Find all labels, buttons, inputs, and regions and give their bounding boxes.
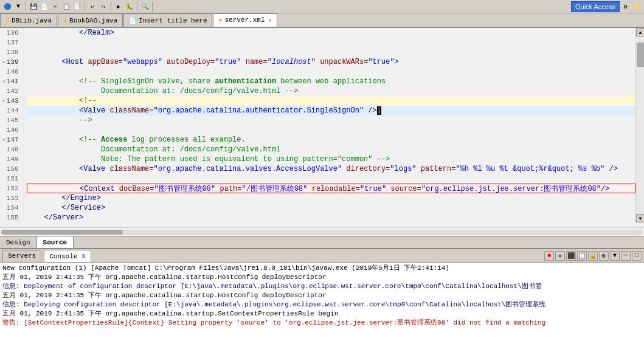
code-line-148: Documentation at: /docs/config/valve.htm… xyxy=(27,145,635,154)
tab-serverxml-close[interactable]: ✕ xyxy=(269,17,272,24)
console-btn7[interactable]: ▼ xyxy=(610,251,620,261)
tab-insert[interactable]: 📄 Insert title here xyxy=(123,13,212,27)
ln-154: 154 xyxy=(2,203,21,213)
console-clear-btn[interactable]: ✕ xyxy=(555,251,565,261)
serverxml-icon: ✕ xyxy=(218,16,222,24)
code-line-147: <!-- Access log processes all example. xyxy=(27,135,635,145)
bottom-tab-source[interactable]: Source xyxy=(37,236,74,248)
console-line-1: 五月 01, 2019 2:41:35 下午 org.apache.catali… xyxy=(2,273,642,282)
tab-dblib-label: DBLib.java xyxy=(12,17,52,24)
tab-serverxml-label: server.xml xyxy=(225,16,265,24)
bottom-tab-design-label: Design xyxy=(6,239,30,246)
main-toolbar: 🔵 ▼ 💾 📄 ✂ 📋 📑 ↩ ↪ ▶ 🐛 🔍 Quick Access ⚙ ⭐ xyxy=(0,0,644,13)
toolbar-icon-4[interactable]: ✂ xyxy=(50,2,60,12)
console-toolbar: ■ ✕ ⬛ 📋 🔒 ⚙ ▼ ─ □ xyxy=(544,251,642,261)
editor-row: 136 137 138 ●139 140 ●141 142 ●143 144 1… xyxy=(0,28,644,248)
console-stop-btn[interactable]: ■ xyxy=(544,251,554,261)
editor-hscrollbar[interactable] xyxy=(0,227,644,236)
toolbar-icon-5[interactable]: 📋 xyxy=(61,2,71,12)
tab-bookdao-label: BookDAO.java xyxy=(69,17,117,24)
toolbar-icon-2[interactable]: ▼ xyxy=(13,2,23,12)
console-btn3[interactable]: ⬛ xyxy=(566,251,576,261)
code-area: 136 137 138 ●139 140 ●141 142 ●143 144 1… xyxy=(0,28,644,222)
tab-insert-label: Insert title here xyxy=(139,17,207,24)
console-tab-servers[interactable]: Servers xyxy=(2,250,41,262)
insert-icon: 📄 xyxy=(129,17,136,24)
vscroll-track[interactable] xyxy=(636,36,644,214)
console-tab-servers-label: Servers xyxy=(8,252,36,260)
separator-3 xyxy=(111,2,111,12)
toolbar-icon-extra1[interactable]: ⚙ xyxy=(621,2,631,12)
toolbar-run[interactable]: ▶ xyxy=(114,2,123,12)
code-line-142: Documentation at: /docs/config/valve.htm… xyxy=(27,86,635,96)
code-editor[interactable]: 136 137 138 ●139 140 ●141 142 ●143 144 1… xyxy=(0,28,644,227)
code-lines[interactable]: </Realm> <Host appBase="webapps" autoDep… xyxy=(24,28,635,222)
console-tab-console-label: Console ☓ xyxy=(49,252,85,260)
ln-146: 146 xyxy=(2,125,21,135)
hscroll-track[interactable] xyxy=(1,230,643,235)
toolbar-search[interactable]: 🔍 xyxy=(140,2,150,12)
dblib-icon: J xyxy=(5,17,9,24)
ln-136: 136 xyxy=(2,28,21,38)
code-line-153: </Engine> xyxy=(27,193,635,203)
code-line-143: <!-- xyxy=(27,96,635,106)
console-content: New configuration (1) [Apache Tomcat] C:… xyxy=(0,263,644,341)
console-panel: Servers Console ☓ ■ ✕ ⬛ 📋 🔒 ⚙ ▼ ─ □ New … xyxy=(0,248,644,341)
bottom-tab-design[interactable]: Design xyxy=(0,236,37,248)
code-line-141: <!-- SingleSignOn valve, share authentic… xyxy=(27,77,635,86)
console-line-2: 信息: Deployment of configuration descript… xyxy=(2,282,642,291)
line-numbers: 136 137 138 ●139 140 ●141 142 ●143 144 1… xyxy=(0,28,24,222)
ln-144: 144 xyxy=(2,106,21,115)
console-btn4[interactable]: 📋 xyxy=(577,251,587,261)
ln-145: 145 xyxy=(2,115,21,125)
console-minimize[interactable]: ─ xyxy=(621,251,631,261)
console-maximize[interactable]: □ xyxy=(632,251,642,261)
toolbar-debug[interactable]: 🐛 xyxy=(125,2,134,12)
ln-150: 150 xyxy=(2,164,21,174)
toolbar-icon-3[interactable]: 📄 xyxy=(40,2,49,12)
vscroll-up-btn[interactable]: ▲ xyxy=(636,28,644,36)
code-line-140 xyxy=(27,67,635,77)
code-line-152: <Context docBase="图书管理系统08" path="/图书管理系… xyxy=(27,184,635,193)
ln-147: ●147 xyxy=(2,135,21,145)
code-line-149: Note: The pattern used is equivalent to … xyxy=(27,154,635,164)
vscroll-down-btn[interactable]: ▼ xyxy=(636,214,644,222)
toolbar-redo[interactable]: ↪ xyxy=(99,2,108,12)
toolbar-icon-1[interactable]: 🔵 xyxy=(2,2,12,12)
toolbar-icon-6[interactable]: 📑 xyxy=(72,2,82,12)
editor-tab-bar: J DBLib.java J BookDAO.java 📄 Insert tit… xyxy=(0,13,644,28)
ln-152: 152 xyxy=(2,184,21,193)
code-line-154: </Service> xyxy=(27,203,635,213)
code-line-145: --> xyxy=(27,115,635,125)
console-btn6[interactable]: ⚙ xyxy=(599,251,609,261)
code-line-155: </Server> xyxy=(27,213,635,222)
ln-137: 137 xyxy=(2,38,21,47)
tab-bookdao[interactable]: J BookDAO.java xyxy=(58,13,123,27)
bottom-tab-source-label: Source xyxy=(43,239,68,246)
code-line-137 xyxy=(27,38,635,47)
editor-main: 136 137 138 ●139 140 ●141 142 ●143 144 1… xyxy=(0,28,644,248)
console-header-line: New configuration (1) [Apache Tomcat] C:… xyxy=(2,264,642,273)
ln-143: ●143 xyxy=(2,96,21,106)
code-line-139: <Host appBase="webapps" autoDeploy="true… xyxy=(27,57,635,67)
editor-vscrollbar[interactable]: ▲ ▼ xyxy=(635,28,644,222)
tab-serverxml[interactable]: ✕ server.xml ✕ xyxy=(213,13,277,27)
quick-access-button[interactable]: Quick Access xyxy=(571,1,620,12)
ln-153: 153 xyxy=(2,193,21,203)
toolbar-save[interactable]: 💾 xyxy=(29,2,38,12)
toolbar-undo[interactable]: ↩ xyxy=(88,2,97,12)
toolbar-icon-extra2[interactable]: ⭐ xyxy=(632,2,642,12)
console-line-5: 五月 01, 2019 2:41:35 下午 org.apache.catali… xyxy=(2,309,642,319)
console-line-3: 五月 01, 2019 2:41:35 下午 org.apache.catali… xyxy=(2,291,642,300)
bottom-tab-bar: Design Source xyxy=(0,236,644,248)
vscroll-thumb[interactable] xyxy=(637,43,644,67)
separator-2 xyxy=(85,2,85,12)
hscroll-thumb[interactable] xyxy=(1,230,123,235)
tab-dblib[interactable]: J DBLib.java xyxy=(0,13,57,27)
console-tab-console[interactable]: Console ☓ xyxy=(44,250,91,262)
code-line-146 xyxy=(27,125,635,135)
separator-5 xyxy=(152,2,153,12)
ln-140: 140 xyxy=(2,67,21,77)
console-scroll-lock[interactable]: 🔒 xyxy=(588,251,598,261)
ln-139: ●139 xyxy=(2,57,21,67)
